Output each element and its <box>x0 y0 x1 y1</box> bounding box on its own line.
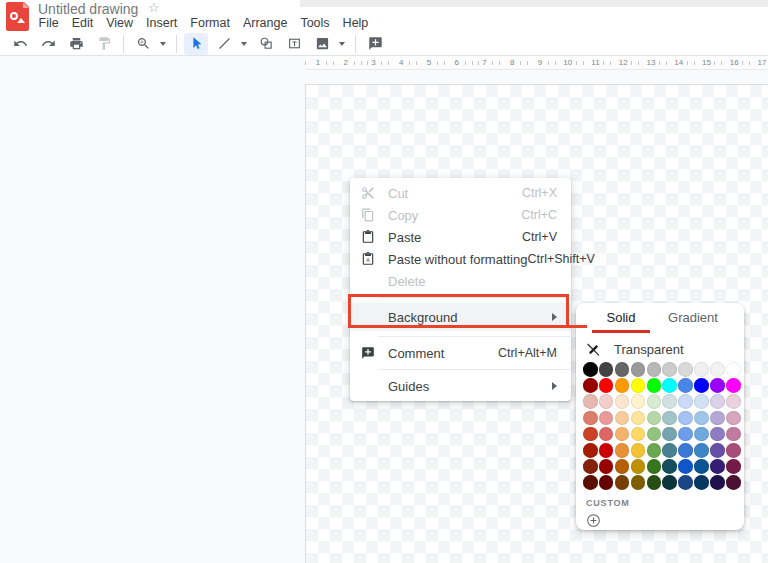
color-swatch[interactable] <box>615 394 630 409</box>
color-swatch[interactable] <box>647 394 662 409</box>
color-swatch[interactable] <box>710 394 725 409</box>
color-swatch[interactable] <box>678 378 693 393</box>
color-swatch[interactable] <box>631 459 646 474</box>
color-swatch[interactable] <box>694 443 709 458</box>
color-swatch[interactable] <box>647 475 662 490</box>
color-swatch[interactable] <box>662 378 677 393</box>
color-swatch[interactable] <box>694 411 709 426</box>
color-swatch[interactable] <box>583 475 598 490</box>
menu-tools[interactable]: Tools <box>294 15 336 32</box>
zoom-button[interactable] <box>131 33 155 55</box>
color-swatch[interactable] <box>583 427 598 442</box>
redo-button[interactable] <box>36 33 60 55</box>
color-swatch[interactable] <box>647 459 662 474</box>
menu-file[interactable]: File <box>32 15 65 32</box>
zoom-dropdown-caret-icon[interactable] <box>160 42 166 46</box>
color-swatch[interactable] <box>694 475 709 490</box>
color-swatch[interactable] <box>678 475 693 490</box>
color-swatch[interactable] <box>694 378 709 393</box>
color-swatch[interactable] <box>694 459 709 474</box>
color-swatch[interactable] <box>726 394 741 409</box>
color-swatch[interactable] <box>678 443 693 458</box>
color-swatch[interactable] <box>631 378 646 393</box>
color-swatch[interactable] <box>631 427 646 442</box>
shape-button[interactable] <box>254 33 278 55</box>
color-swatch[interactable] <box>678 411 693 426</box>
horizontal-ruler[interactable]: 1234567891011121314151617 <box>305 56 768 70</box>
color-swatch[interactable] <box>583 394 598 409</box>
color-swatch[interactable] <box>583 443 598 458</box>
color-swatch[interactable] <box>710 443 725 458</box>
color-swatch[interactable] <box>647 427 662 442</box>
color-swatch[interactable] <box>726 411 741 426</box>
context-menu-item-paste-without-formatting[interactable]: APaste without formattingCtrl+Shift+V <box>350 248 571 270</box>
color-swatch[interactable] <box>726 443 741 458</box>
menu-insert[interactable]: Insert <box>140 15 184 32</box>
color-swatch[interactable] <box>662 459 677 474</box>
color-swatch[interactable] <box>631 394 646 409</box>
line-dropdown-caret-icon[interactable] <box>241 42 247 46</box>
color-swatch[interactable] <box>583 459 598 474</box>
text-box-button[interactable] <box>282 33 306 55</box>
color-swatch[interactable] <box>726 475 741 490</box>
color-swatch[interactable] <box>631 411 646 426</box>
color-swatch[interactable] <box>615 362 630 377</box>
add-custom-color-button[interactable] <box>586 513 601 528</box>
menu-view[interactable]: View <box>100 15 140 32</box>
color-swatch[interactable] <box>615 427 630 442</box>
color-swatch[interactable] <box>662 443 677 458</box>
color-swatch[interactable] <box>583 378 598 393</box>
color-swatch[interactable] <box>710 459 725 474</box>
color-swatch[interactable] <box>599 475 614 490</box>
color-swatch[interactable] <box>647 378 662 393</box>
select-button[interactable] <box>184 33 208 55</box>
color-swatch[interactable] <box>583 411 598 426</box>
color-swatch[interactable] <box>599 362 614 377</box>
color-swatch[interactable] <box>599 443 614 458</box>
color-swatch[interactable] <box>615 378 630 393</box>
menu-format[interactable]: Format <box>184 15 237 32</box>
context-menu-item-comment[interactable]: CommentCtrl+Alt+M <box>350 342 571 364</box>
color-swatch[interactable] <box>662 362 677 377</box>
color-swatch[interactable] <box>599 427 614 442</box>
line-button[interactable] <box>212 33 236 55</box>
color-swatch[interactable] <box>726 427 741 442</box>
color-swatch[interactable] <box>662 427 677 442</box>
color-swatch[interactable] <box>647 443 662 458</box>
tab-solid[interactable]: Solid <box>592 303 650 333</box>
color-swatch[interactable] <box>710 362 725 377</box>
menu-help[interactable]: Help <box>336 15 375 32</box>
color-swatch[interactable] <box>662 411 677 426</box>
color-swatch[interactable] <box>726 459 741 474</box>
insert-comment-button[interactable] <box>363 33 387 55</box>
color-swatch[interactable] <box>678 459 693 474</box>
color-swatch[interactable] <box>615 443 630 458</box>
color-swatch[interactable] <box>710 378 725 393</box>
image-dropdown-caret-icon[interactable] <box>339 42 345 46</box>
color-swatch[interactable] <box>615 475 630 490</box>
drawings-logo[interactable] <box>6 2 29 31</box>
color-swatch[interactable] <box>678 394 693 409</box>
color-swatch[interactable] <box>678 362 693 377</box>
color-swatch[interactable] <box>710 411 725 426</box>
color-swatch[interactable] <box>631 475 646 490</box>
image-button[interactable] <box>310 33 334 55</box>
color-swatch[interactable] <box>662 394 677 409</box>
tab-gradient[interactable]: Gradient <box>656 303 730 333</box>
color-swatch[interactable] <box>599 378 614 393</box>
color-swatch[interactable] <box>599 459 614 474</box>
print-button[interactable] <box>64 33 88 55</box>
context-menu-item-guides[interactable]: Guides <box>350 375 571 397</box>
color-swatch[interactable] <box>599 411 614 426</box>
color-swatch[interactable] <box>726 378 741 393</box>
color-swatch[interactable] <box>694 362 709 377</box>
color-swatch[interactable] <box>631 362 646 377</box>
color-swatch[interactable] <box>599 394 614 409</box>
color-swatch[interactable] <box>678 427 693 442</box>
menu-arrange[interactable]: Arrange <box>236 15 293 32</box>
star-outline-icon[interactable]: ☆ <box>148 0 160 15</box>
color-swatch[interactable] <box>631 443 646 458</box>
color-swatch[interactable] <box>726 362 741 377</box>
color-swatch[interactable] <box>694 427 709 442</box>
color-swatch[interactable] <box>647 411 662 426</box>
